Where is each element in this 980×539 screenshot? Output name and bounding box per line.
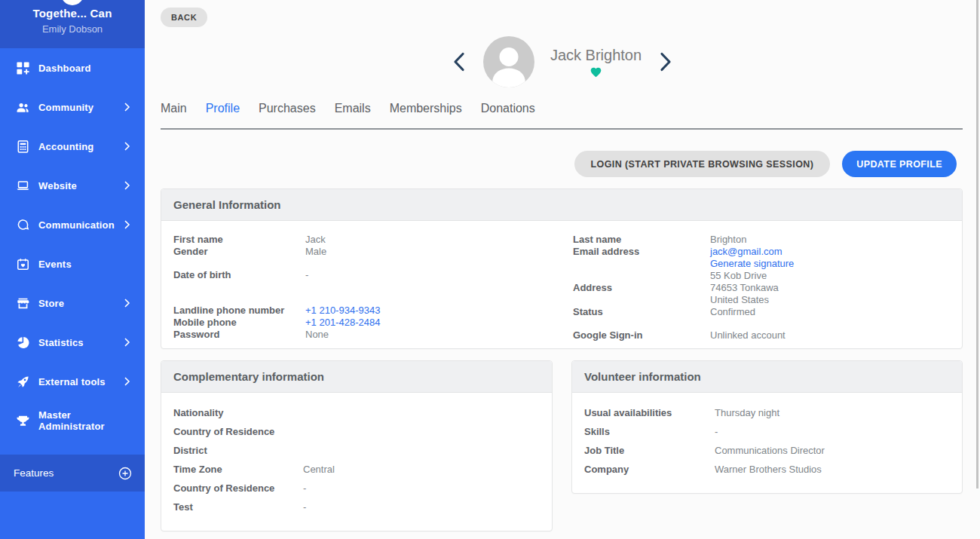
field-label: Country of Residence xyxy=(173,482,303,495)
field-value: Central xyxy=(303,464,335,476)
field-value: Jack xyxy=(305,234,326,246)
chevron-right-icon xyxy=(657,51,674,73)
external-tools-icon xyxy=(15,374,30,389)
community-icon xyxy=(15,100,30,115)
field-row-country-of-residence-2: Country of Residence - xyxy=(173,482,540,495)
email-value-stack: jack@gmail.com Generate signature xyxy=(710,246,794,270)
avatar xyxy=(483,36,534,87)
sidebar-item-master-administrator[interactable]: Master Administrator xyxy=(0,401,145,440)
main-content: BACK Jack Brighton xyxy=(145,0,980,539)
sidebar-item-label: Dashboard xyxy=(38,63,130,74)
landline-phone-link[interactable]: +1 210-934-9343 xyxy=(305,305,380,317)
field-row-job-title: Job Title Communications Director xyxy=(584,445,950,457)
field-label: Country of Residence xyxy=(173,426,303,438)
address-value-stack: 55 Kob Drive 74653 Tonkawa United States xyxy=(710,270,779,306)
field-label: Landline phone number xyxy=(173,305,305,317)
address-line: 55 Kob Drive xyxy=(710,270,779,282)
profile-name: Jack Brighton xyxy=(550,46,642,64)
login-private-session-button[interactable]: LOGIN (START PRIVATE BROWSING SESSION) xyxy=(574,151,831,177)
field-value: Brighton xyxy=(710,234,746,246)
field-value: Communications Director xyxy=(715,445,825,457)
communication-icon xyxy=(15,217,30,232)
field-value: Unlinked account xyxy=(710,329,786,341)
panel-header: Complementary information xyxy=(161,361,552,393)
tab-donations[interactable]: Donations xyxy=(481,102,535,115)
field-value: None xyxy=(305,329,329,341)
previous-contact-button[interactable] xyxy=(451,51,467,73)
field-label: District xyxy=(173,445,303,457)
panel-header: Volunteer information xyxy=(572,361,962,393)
profile-name-block: Jack Brighton xyxy=(550,46,642,78)
chevron-right-icon xyxy=(124,338,130,347)
field-row-password: Password None xyxy=(173,329,550,341)
sidebar-item-statistics[interactable]: Statistics xyxy=(0,323,145,362)
field-value: - xyxy=(303,501,306,513)
sidebar-item-website[interactable]: Website xyxy=(0,166,145,205)
complementary-information-panel: Complementary information Nationality Co… xyxy=(161,360,553,531)
field-label: First name xyxy=(173,234,305,246)
field-row-district: District xyxy=(173,445,540,457)
tab-emails[interactable]: Emails xyxy=(335,102,371,115)
tab-main[interactable]: Main xyxy=(161,102,187,115)
field-row-gender: Gender Male xyxy=(173,246,550,258)
org-logo xyxy=(61,0,84,5)
website-icon xyxy=(15,178,30,193)
tab-purchases[interactable]: Purchases xyxy=(259,102,316,115)
field-value: - xyxy=(303,482,306,495)
sidebar-item-label: Communication xyxy=(38,219,124,231)
dashboard-icon xyxy=(15,60,30,75)
sidebar-item-label: External tools xyxy=(38,376,124,387)
general-information-body: First name Jack Gender Male Date of birt… xyxy=(161,221,962,349)
address-line: 74653 Tonkawa xyxy=(710,282,779,294)
sidebar-item-label: Website xyxy=(38,180,124,191)
panel-title: Volunteer information xyxy=(584,370,701,383)
sidebar-item-external-tools[interactable]: External tools xyxy=(0,362,145,401)
sidebar-account-header[interactable]: Togethe... Can Emily Dobson xyxy=(0,0,145,48)
field-row-country-of-residence: Country of Residence xyxy=(173,426,540,438)
general-information-panel: General Information First name Jack Gend… xyxy=(161,188,963,349)
sidebar-item-community[interactable]: Community xyxy=(0,87,145,127)
sidebar-item-communication[interactable]: Communication xyxy=(0,205,145,244)
field-label: Usual availabilities xyxy=(584,407,715,419)
field-value: - xyxy=(715,426,718,438)
generate-signature-link[interactable]: Generate signature xyxy=(710,258,794,270)
field-value: - xyxy=(305,269,308,281)
sidebar-item-dashboard[interactable]: Dashboard xyxy=(0,48,145,87)
field-value: Thursday night xyxy=(715,407,779,419)
field-value: Male xyxy=(305,246,326,258)
actions-row: LOGIN (START PRIVATE BROWSING SESSION) U… xyxy=(574,151,957,177)
tab-memberships[interactable]: Memberships xyxy=(390,102,462,115)
field-row-mobile-phone: Mobile phone +1 201-428-2484 xyxy=(173,317,550,329)
complementary-information-body: Nationality Country of Residence Distric… xyxy=(161,393,552,513)
status-value: Confirmed xyxy=(710,306,755,318)
sidebar-item-label: Accounting xyxy=(38,141,124,152)
heart-icon[interactable] xyxy=(590,66,602,78)
sidebar-item-accounting[interactable]: Accounting xyxy=(0,127,145,166)
tab-profile[interactable]: Profile xyxy=(206,102,240,115)
sidebar-features[interactable]: Features xyxy=(0,455,145,492)
sidebar-item-label: Community xyxy=(38,102,124,113)
back-button[interactable]: BACK xyxy=(161,8,207,27)
sidebar-item-events[interactable]: Events xyxy=(0,244,145,283)
field-row-time-zone: Time Zone Central xyxy=(173,464,540,476)
field-label: Gender xyxy=(173,246,305,258)
field-label: Company xyxy=(584,464,715,476)
master-admin-icon xyxy=(15,413,30,428)
field-label: Time Zone xyxy=(173,464,303,476)
field-label: Nationality xyxy=(173,407,303,419)
sidebar-item-label: Master Administrator xyxy=(38,409,130,432)
tab-bar: Main Profile Purchases Emails Membership… xyxy=(161,102,535,115)
volunteer-information-body: Usual availabilities Thursday night Skil… xyxy=(572,393,962,476)
email-link[interactable]: jack@gmail.com xyxy=(710,246,794,258)
mobile-phone-link[interactable]: +1 201-428-2484 xyxy=(305,317,380,329)
field-label: Job Title xyxy=(584,445,715,457)
field-row-nationality: Nationality xyxy=(173,407,540,419)
scrollbar[interactable] xyxy=(976,0,978,488)
update-profile-button[interactable]: UPDATE PROFILE xyxy=(842,151,957,177)
sidebar-item-store[interactable]: Store xyxy=(0,283,145,323)
field-row-date-of-birth: Date of birth - xyxy=(173,269,550,281)
next-contact-button[interactable] xyxy=(657,51,674,73)
field-label: Address xyxy=(573,282,710,294)
panel-title: Complementary information xyxy=(173,370,324,383)
plus-circle-icon[interactable] xyxy=(118,466,133,481)
